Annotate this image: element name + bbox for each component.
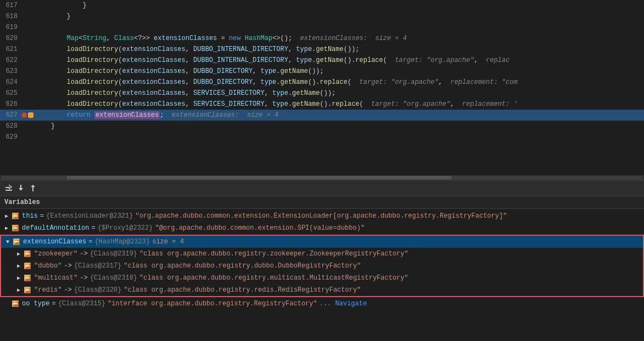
var-ref-redis: {Class@2320} xyxy=(74,286,121,294)
svg-rect-3 xyxy=(32,187,33,191)
expand-icon-dubbo[interactable]: ▶ xyxy=(14,262,23,270)
var-value-multicast: "class org.apache.dubbo.registry.multica… xyxy=(139,274,408,282)
scrollbar-thumb[interactable] xyxy=(67,176,451,179)
code-line-624: 624 loadDirectory(extensionClasses, DUBB… xyxy=(0,77,644,88)
var-row-extensionClasses[interactable]: ▼ extensionClasses = {HashMap@2323} size… xyxy=(1,236,643,248)
field-icon-type xyxy=(11,299,20,308)
var-equals-this: = xyxy=(40,212,44,220)
var-ref-this: {ExtensionLoader@2321} xyxy=(46,212,133,220)
var-row-this[interactable]: ▶ this = {ExtensionLoader@2321} "org.apa… xyxy=(0,210,644,222)
var-tree: ▶ this = {ExtensionLoader@2321} "org.apa… xyxy=(0,209,644,311)
var-name-defaultAnnotation: defaultAnnotation xyxy=(22,224,89,232)
code-line-619: 619 xyxy=(0,22,644,33)
var-name-zookeeper: "zookeeper" xyxy=(34,250,77,258)
var-row-type[interactable]: oo type = {Class@2315} "interface org.ap… xyxy=(0,298,644,310)
field-icon-dubbo xyxy=(23,262,32,270)
field-icon-extensionClasses xyxy=(12,237,21,246)
var-value-type: "interface org.apache.dubbo.registry.Reg… xyxy=(108,300,317,308)
var-equals-zookeeper: -> xyxy=(80,250,87,258)
var-name-type: oo type xyxy=(22,300,49,308)
field-icon-zookeeper xyxy=(23,249,32,258)
expand-icon-redis[interactable]: ▶ xyxy=(14,286,23,294)
gutter-627 xyxy=(22,112,33,118)
var-row-redis[interactable]: ▶ "redis" -> {Class@2320} "class org.apa… xyxy=(1,284,643,296)
var-name-multicast: "multicast" xyxy=(34,274,77,282)
var-value-zookeeper: "class org.apache.dubbo.registry.zookeep… xyxy=(139,250,408,258)
code-lines: 617 } 618 } 619 620 Map<String, Class<?>… xyxy=(0,0,644,143)
code-line-621: 621 loadDirectory(extensionClasses, DUBB… xyxy=(0,44,644,55)
variables-panel: Variables ▶ this = {ExtensionLoader@2321… xyxy=(0,196,644,311)
breakpoint-dot xyxy=(21,112,27,118)
svg-rect-0 xyxy=(5,187,10,188)
var-value-redis: "class org.apache.dubbo.registry.redis.R… xyxy=(124,286,361,294)
var-value-extensionClasses: size = 4 xyxy=(152,238,184,246)
var-ref-type: {Class@2315} xyxy=(58,300,105,308)
var-equals-defaultAnnotation: = xyxy=(91,224,95,232)
code-line-623: 623 loadDirectory(extensionClasses, DUBB… xyxy=(0,66,644,77)
var-equals-type: = xyxy=(52,300,55,308)
toolbar-icon-up[interactable] xyxy=(29,184,37,192)
horizontal-scrollbar[interactable] xyxy=(0,175,644,180)
toolbar-icon-down[interactable] xyxy=(16,184,25,192)
var-name-this: this xyxy=(22,212,38,220)
var-ref-dubbo: {Class@2317} xyxy=(74,262,121,270)
var-row-defaultAnnotation[interactable]: ▶ defaultAnnotation = {$Proxy1@2322} "@o… xyxy=(0,222,644,234)
var-equals-extensionClasses: = xyxy=(88,238,92,246)
code-line-625: 625 loadDirectory(extensionClasses, SERV… xyxy=(0,88,644,99)
expand-icon-this[interactable]: ▶ xyxy=(2,212,11,220)
field-icon-defaultAnnotation xyxy=(11,224,20,232)
field-icon-this xyxy=(11,212,20,220)
red-border-container: ▼ extensionClasses = {HashMap@2323} size… xyxy=(0,235,644,297)
var-value-this: "org.apache.dubbo.common.extension.Exten… xyxy=(135,212,507,220)
expand-icon-extensionClasses[interactable]: ▼ xyxy=(3,237,12,246)
var-name-extensionClasses: extensionClasses xyxy=(23,238,86,246)
field-icon-multicast xyxy=(23,274,32,282)
var-equals-dubbo: -> xyxy=(64,262,71,270)
var-row-dubbo[interactable]: ▶ "dubbo" -> {Class@2317} "class org.apa… xyxy=(1,260,643,272)
field-icon-redis xyxy=(23,286,32,294)
var-ref-multicast: {Class@2318} xyxy=(90,274,137,282)
var-ref-extensionClasses: {HashMap@2323} xyxy=(94,238,150,246)
code-editor: 617 } 618 } 619 620 Map<String, Class<?>… xyxy=(0,0,644,175)
scrollbar-track xyxy=(1,176,643,179)
code-line-627: 627 return extensionClasses; extensionCl… xyxy=(0,110,644,121)
code-line-620: 620 Map<String, Class<?>> extensionClass… xyxy=(0,33,644,44)
expand-icon-type[interactable] xyxy=(2,299,11,308)
code-line-629: 629 xyxy=(0,132,644,143)
debug-toolbar xyxy=(0,180,644,196)
var-value-defaultAnnotation: "@org.apache.dubbo.common.extension.SPI(… xyxy=(155,224,365,232)
expand-icon-multicast[interactable]: ▶ xyxy=(14,274,23,282)
expand-icon-zookeeper[interactable]: ▶ xyxy=(14,249,23,258)
var-ref-defaultAnnotation: {$Proxy1@2322} xyxy=(98,224,153,232)
var-equals-multicast: -> xyxy=(80,274,87,282)
var-ref-zookeeper: {Class@2319} xyxy=(90,250,137,258)
bookmark-marker xyxy=(28,112,33,118)
var-row-multicast[interactable]: ▶ "multicast" -> {Class@2318} "class org… xyxy=(1,272,643,284)
code-line-626: 626 loadDirectory(extensionClasses, SERV… xyxy=(0,99,644,110)
navigate-link-type[interactable]: ... Navigate xyxy=(320,300,367,308)
var-name-redis: "redis" xyxy=(34,286,61,294)
var-equals-redis: -> xyxy=(64,286,71,294)
code-line-618: 618 } xyxy=(0,11,644,22)
code-line-628: 628 } xyxy=(0,121,644,132)
var-row-zookeeper[interactable]: ▶ "zookeeper" -> {Class@2319} "class org… xyxy=(1,248,643,260)
var-value-dubbo: "class org.apache.dubbo.registry.dubbo.D… xyxy=(124,262,361,270)
expand-icon-defaultAnnotation[interactable]: ▶ xyxy=(2,224,11,232)
code-line-622: 622 loadDirectory(extensionClasses, DUBB… xyxy=(0,55,644,66)
code-line-617: 617 } xyxy=(0,0,644,11)
svg-rect-1 xyxy=(5,190,12,191)
panel-header: Variables xyxy=(0,196,644,209)
toolbar-icon-1[interactable] xyxy=(4,184,13,192)
var-name-dubbo: "dubbo" xyxy=(34,262,61,270)
